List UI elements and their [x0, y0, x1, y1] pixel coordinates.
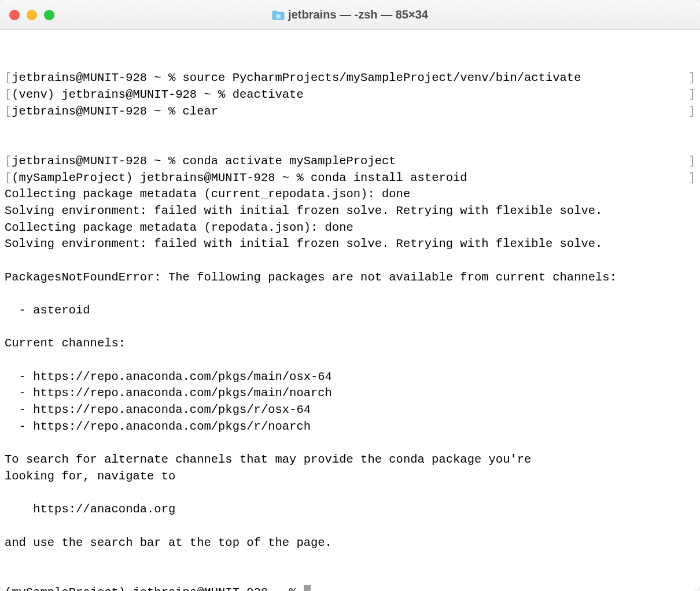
output-line: - https://repo.anaconda.com/pkgs/main/no… — [5, 385, 695, 402]
cursor — [304, 585, 311, 591]
blank-line — [5, 286, 695, 302]
output-line: PackagesNotFoundError: The following pac… — [5, 269, 695, 286]
left-bracket: [ — [5, 71, 12, 84]
left-bracket: [ — [5, 154, 12, 168]
blank-line — [5, 518, 695, 535]
shell-command: source PycharmProjects/mySampleProject/v… — [183, 71, 581, 84]
titlebar[interactable]: jetbrains — -zsh — 85×34 — [0, 0, 700, 30]
shell-command: clear — [183, 105, 219, 118]
prompt-line: [(venv) jetbrains@MUNIT-928 ~ % deactiva… — [5, 87, 695, 104]
prompt-line: [jetbrains@MUNIT-928 ~ % conda activate … — [5, 153, 695, 170]
prompt-content: [jetbrains@MUNIT-928 ~ % clear — [5, 104, 218, 120]
terminal-window: jetbrains — -zsh — 85×34 [jetbrains@MUNI… — [0, 0, 700, 591]
shell-prompt: jetbrains@MUNIT-928 ~ % — [12, 71, 182, 84]
blank-line — [5, 352, 695, 369]
output-line: Collecting package metadata (repodata.js… — [5, 220, 695, 237]
zoom-button[interactable] — [44, 10, 54, 20]
right-bracket: ] — [688, 153, 695, 170]
blank-line — [5, 551, 695, 568]
shell-prompt: jetbrains@MUNIT-928 ~ % — [12, 105, 182, 118]
left-bracket: [ — [5, 105, 12, 118]
close-button[interactable] — [9, 10, 20, 20]
blank-line — [5, 120, 695, 136]
blank-line — [5, 253, 695, 269]
shell-prompt: (venv) jetbrains@MUNIT-928 ~ % — [12, 88, 232, 101]
prompt-content: [jetbrains@MUNIT-928 ~ % conda activate … — [5, 153, 396, 170]
prompt-content: [(venv) jetbrains@MUNIT-928 ~ % deactiva… — [5, 87, 304, 104]
right-bracket: ] — [688, 170, 695, 187]
left-bracket: [ — [5, 88, 12, 101]
output-line: Current channels: — [5, 335, 695, 352]
left-bracket: [ — [5, 171, 12, 184]
shell-prompt: (mySampleProject) jetbrains@MUNIT-928 ~ … — [5, 586, 304, 591]
shell-prompt: (mySampleProject) jetbrains@MUNIT-928 ~ … — [12, 171, 311, 184]
prompt-content: [(mySampleProject) jetbrains@MUNIT-928 ~… — [5, 170, 467, 187]
output-line: https://anaconda.org — [5, 501, 695, 518]
output-line: To search for alternate channels that ma… — [5, 452, 695, 468]
window-title-group: jetbrains — -zsh — 85×34 — [272, 8, 428, 21]
output-line: and use the search bar at the top of the… — [5, 535, 695, 552]
prompt-line: [jetbrains@MUNIT-928 ~ % clear] — [5, 104, 695, 120]
right-bracket: ] — [688, 104, 695, 120]
shell-command: deactivate — [233, 88, 304, 101]
blank-line — [5, 485, 695, 502]
shell-command: conda install asteroid — [311, 171, 467, 184]
output-line: - asteroid — [5, 302, 695, 319]
terminal-output[interactable]: [jetbrains@MUNIT-928 ~ % source PycharmP… — [0, 30, 700, 591]
output-line: Collecting package metadata (current_rep… — [5, 186, 695, 203]
right-bracket: ] — [688, 87, 695, 104]
prompt-line: [jetbrains@MUNIT-928 ~ % source PycharmP… — [5, 70, 695, 87]
blank-line — [5, 136, 695, 153]
prompt-line: [(mySampleProject) jetbrains@MUNIT-928 ~… — [5, 170, 695, 187]
output-line: looking for, navigate to — [5, 468, 695, 485]
blank-line — [5, 435, 695, 452]
folder-icon — [272, 10, 285, 20]
shell-prompt: jetbrains@MUNIT-928 ~ % — [12, 154, 182, 168]
minimize-button[interactable] — [27, 10, 37, 20]
right-bracket: ] — [688, 70, 695, 87]
window-title: jetbrains — -zsh — 85×34 — [288, 8, 428, 21]
output-line: - https://repo.anaconda.com/pkgs/main/os… — [5, 369, 695, 386]
blank-line — [5, 319, 695, 336]
output-line: Solving environment: failed with initial… — [5, 236, 695, 253]
current-prompt-line: (mySampleProject) jetbrains@MUNIT-928 ~ … — [5, 585, 695, 591]
output-line: - https://repo.anaconda.com/pkgs/r/osx-6… — [5, 402, 695, 419]
output-line: - https://repo.anaconda.com/pkgs/r/noarc… — [5, 419, 695, 435]
prompt-content: [jetbrains@MUNIT-928 ~ % source PycharmP… — [5, 70, 581, 87]
blank-line — [5, 568, 695, 585]
svg-rect-0 — [276, 14, 281, 19]
output-line: Solving environment: failed with initial… — [5, 203, 695, 220]
shell-command: conda activate mySampleProject — [183, 154, 396, 168]
traffic-lights — [9, 10, 54, 20]
